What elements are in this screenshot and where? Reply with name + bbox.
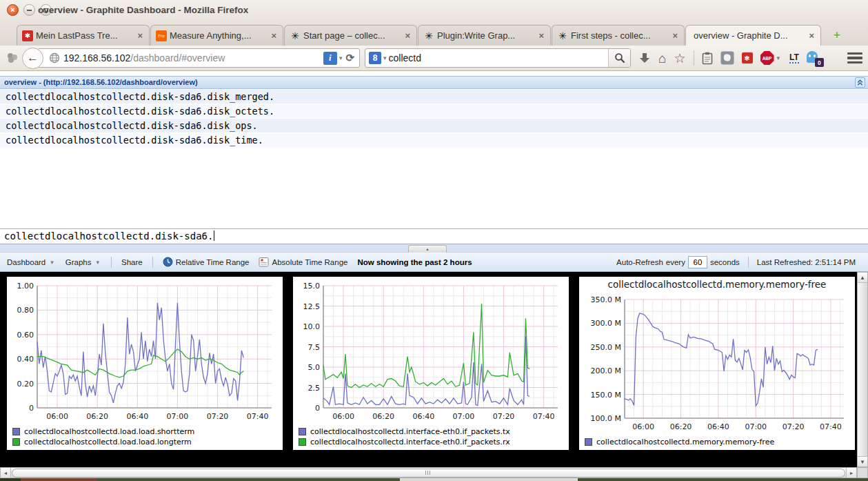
menu-button[interactable] (847, 50, 862, 66)
splitter-handle[interactable]: ▲ (408, 245, 447, 253)
window-close-button[interactable]: × (7, 4, 19, 16)
identity-info-icon[interactable]: i (323, 52, 337, 65)
chart-legend: collectdlocalhostcollectd.memory.memory-… (579, 436, 855, 449)
tab-label: Measure Anything,... (170, 30, 267, 41)
search-input[interactable] (389, 52, 608, 63)
chart-plot: 100.0 M150.0 M200.0 M250.0 M300.0 M350.0… (579, 293, 854, 436)
x-tick-label: 06:20 (372, 412, 394, 421)
completion-item[interactable]: collectdlocalhostcollectd.disk-sda6.disk… (0, 90, 868, 104)
ghostery-badge: 0 (815, 58, 824, 67)
search-engine-icon[interactable]: 8 (369, 52, 381, 64)
new-tab-button[interactable]: + (829, 28, 845, 42)
downloads-button[interactable] (638, 50, 651, 66)
scroll-down-icon[interactable]: ▼ (858, 456, 867, 467)
vertical-scrollbar[interactable]: ▲ ▼ (857, 272, 868, 467)
tab-start-page-collec-[interactable]: ✳Start page – collec...× (284, 25, 417, 46)
chart-legend: collectdlocalhostcollectd.interface-eth0… (293, 426, 569, 449)
home-button[interactable]: ⌂ (658, 50, 666, 66)
dashboard-menu-dropdown-icon: ▾ (50, 259, 54, 266)
window-title: overview - Graphite Dashboard - Mozilla … (38, 5, 248, 15)
search-go-button[interactable] (608, 49, 630, 67)
last-refreshed-label: Last Refreshed: 2:51:14 PM (757, 258, 856, 266)
clipper-button[interactable] (702, 50, 713, 66)
bookmark-star-button[interactable]: ☆ (674, 50, 685, 66)
graphs-menu-label: Graphs (65, 258, 92, 266)
languagetool-button[interactable]: LT (789, 50, 799, 66)
url-bar[interactable]: 192.168.56.102/dashboard/#overview i ▾ ⟳ (37, 48, 360, 68)
graphs-menu[interactable]: Graphs ▾ (65, 258, 101, 266)
tab-groups-icon[interactable] (6, 51, 19, 65)
memory-free-graph-panel[interactable]: collectdlocalhostcollectd.memory.memory-… (579, 277, 855, 450)
dashboard-menu[interactable]: Dashboard ▾ (7, 258, 56, 266)
tab-plugin-write-grap-[interactable]: ✳Plugin:Write Grap...× (418, 25, 551, 46)
adblock-plus-button[interactable]: ABP (760, 50, 774, 66)
scrollbar-grip (425, 471, 432, 475)
tab-close-icon[interactable]: × (403, 30, 412, 41)
legend-label: collectdlocalhostcollectd.load.load.shor… (24, 427, 194, 436)
if-packets-graph-panel[interactable]: 02.55.07.510.012.515.006:0006:2006:4007:… (293, 277, 569, 450)
share-button[interactable]: Share (121, 258, 143, 266)
download-icon (638, 52, 651, 64)
adblock-dropdown-icon[interactable]: ▾ (777, 55, 780, 61)
scroll-up-icon[interactable]: ▲ (858, 273, 867, 283)
identity-dropdown-icon[interactable]: ▾ (339, 55, 343, 61)
minimize-icon (27, 10, 32, 11)
graphs-menu-dropdown-icon: ▾ (97, 259, 100, 266)
y-tick-label: 0 (29, 404, 34, 413)
metric-input[interactable]: collectdlocalhostcollectd.disk-sda6. (0, 228, 868, 244)
horizontal-scrollbar[interactable]: ◂ ▸ (0, 467, 857, 478)
url-host: 192.168.56.102 (63, 52, 130, 63)
y-tick-label: 5.0 (308, 363, 321, 372)
y-tick-label: 12.5 (303, 302, 321, 311)
tab-measure-anything-[interactable]: EtsyMeasure Anything,...× (150, 25, 283, 46)
tab-close-icon[interactable]: × (807, 30, 816, 41)
search-bar[interactable]: 8 ▾ (365, 48, 631, 68)
completion-item[interactable]: collectdlocalhostcollectd.disk-sda6.disk… (0, 104, 868, 119)
relative-time-range-button[interactable]: Relative Time Range (163, 257, 250, 267)
tab-overview-graphite-d-[interactable]: overview - Graphite D...× (685, 25, 821, 46)
back-button[interactable]: ← (22, 48, 43, 69)
ghostery-button[interactable]: 0 (807, 50, 822, 66)
load-graph-panel[interactable]: 00.200.400.600.801.0006:0006:2006:4007:0… (7, 277, 283, 450)
tab-label: Start page – collec... (303, 30, 401, 41)
x-tick-label: 06:40 (707, 422, 729, 431)
legend-label: collectdlocalhostcollectd.interface-eth0… (310, 438, 510, 446)
chart-legend: collectdlocalhostcollectd.load.load.shor… (7, 426, 283, 449)
legend-entry: collectdlocalhostcollectd.load.load.long… (12, 437, 283, 447)
tab-close-icon[interactable]: × (537, 30, 545, 41)
x-tick-label: 06:20 (86, 412, 108, 421)
y-tick-label: 15.0 (303, 282, 321, 291)
tab-first-steps-collec-[interactable]: ✳First steps - collec...× (552, 25, 685, 46)
tab-mein-lastpass-tre-[interactable]: ✱Mein LastPass Tre...× (17, 25, 150, 46)
lastpass-button[interactable]: ✱ (742, 50, 753, 66)
y-tick-label: 0.40 (17, 355, 34, 364)
absolute-time-range-button[interactable]: Absolute Time Range (259, 257, 347, 267)
dashboard-toolbar: Dashboard ▾ Graphs ▾ Share Relative Time… (0, 253, 868, 272)
collapse-panel-button[interactable] (855, 77, 865, 88)
completion-item[interactable]: collectdlocalhostcollectd.disk-sda6.disk… (0, 133, 868, 148)
splitter-bar[interactable]: ▲ (0, 244, 868, 253)
tab-label: Mein LastPass Tre... (36, 30, 133, 41)
evernote-icon (720, 51, 734, 65)
scroll-right-icon[interactable]: ▸ (846, 468, 856, 478)
search-engine-dropdown-icon[interactable]: ▾ (383, 55, 387, 61)
series-line (37, 349, 243, 377)
horizontal-scrollbar-thumb[interactable] (12, 469, 845, 478)
magnifier-icon (614, 52, 625, 63)
completion-item[interactable]: collectdlocalhostcollectd.disk-sda6.disk… (0, 119, 868, 133)
reload-icon[interactable]: ⟳ (344, 52, 356, 64)
legend-swatch-icon (12, 438, 20, 446)
evernote-button[interactable] (720, 50, 734, 66)
tab-close-icon[interactable]: × (671, 30, 679, 41)
auto-refresh-button[interactable]: Auto-Refresh (616, 258, 663, 266)
tab-close-icon[interactable]: × (270, 30, 278, 41)
scroll-left-icon[interactable]: ◂ (1, 468, 11, 478)
x-tick-label: 07:20 (493, 412, 515, 421)
refresh-interval-input[interactable] (688, 256, 707, 268)
collectd-icon: ✳ (290, 30, 301, 41)
window-minimize-button[interactable] (23, 4, 35, 16)
clipboard-icon (702, 52, 713, 65)
tab-close-icon[interactable]: × (136, 30, 144, 41)
x-tick-label: 06:00 (46, 412, 68, 421)
y-tick-label: 350.0 M (591, 295, 621, 304)
